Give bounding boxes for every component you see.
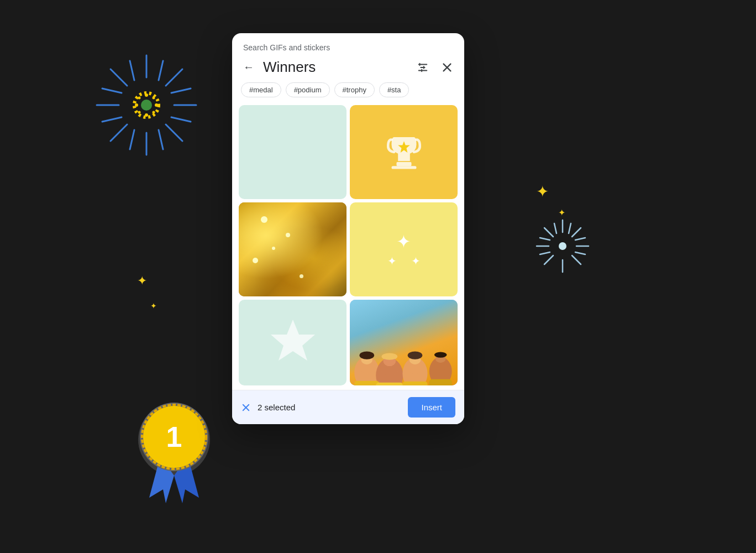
svg-point-19	[145, 113, 148, 117]
bottom-bar: 2 selected Insert	[232, 390, 464, 424]
svg-point-46	[142, 405, 206, 469]
gif-item-3[interactable]	[239, 202, 347, 296]
svg-point-20	[135, 103, 138, 107]
svg-line-33	[572, 228, 581, 237]
svg-point-44	[140, 403, 208, 471]
svg-line-11	[159, 61, 163, 80]
back-button[interactable]: ←	[241, 59, 256, 76]
svg-point-41	[138, 404, 210, 476]
svg-line-39	[575, 238, 585, 240]
svg-point-18	[145, 93, 148, 97]
svg-rect-59	[396, 162, 411, 166]
dialog-header-label: Search GIFs and stickers	[232, 33, 464, 56]
svg-marker-42	[149, 456, 174, 503]
gif-item-5[interactable]	[239, 300, 347, 385]
gif-grid: ✦ ✦ ✦	[232, 105, 464, 390]
svg-rect-83	[429, 379, 452, 385]
svg-marker-62	[271, 320, 315, 361]
svg-point-79	[434, 352, 447, 357]
svg-line-14	[171, 88, 191, 93]
svg-line-40	[575, 252, 585, 254]
clear-selection-button[interactable]	[241, 403, 251, 413]
svg-line-9	[111, 124, 127, 141]
tag-star[interactable]: #sta	[379, 82, 410, 97]
svg-line-15	[171, 117, 191, 122]
svg-point-75	[408, 351, 423, 359]
svg-line-35	[554, 223, 556, 233]
svg-point-0	[141, 100, 152, 111]
svg-point-67	[359, 351, 374, 359]
svg-line-13	[102, 117, 122, 122]
svg-point-26	[559, 242, 566, 250]
insert-button[interactable]: Insert	[408, 397, 455, 418]
svg-line-7	[166, 124, 182, 141]
svg-point-25	[138, 111, 141, 114]
tag-podium[interactable]: #podium	[286, 82, 330, 97]
svg-point-71	[381, 353, 397, 359]
dialog-title-row: ← Winners	[232, 56, 464, 82]
svg-line-10	[130, 61, 134, 80]
gif-item-6[interactable]	[350, 300, 458, 385]
dialog-title: Winners	[263, 59, 407, 76]
tag-trophy[interactable]: #trophy	[334, 82, 375, 97]
svg-rect-82	[402, 382, 427, 385]
filter-button[interactable]	[413, 59, 432, 76]
svg-line-16	[130, 130, 134, 149]
svg-line-32	[572, 255, 581, 264]
svg-line-36	[569, 223, 571, 233]
svg-point-1	[134, 93, 159, 117]
svg-rect-80	[354, 381, 379, 385]
svg-point-24	[153, 97, 155, 100]
close-button[interactable]	[439, 59, 455, 76]
svg-marker-43	[174, 456, 199, 503]
svg-line-38	[540, 252, 550, 254]
tag-medal[interactable]: #medal	[241, 82, 281, 97]
gif-item-2[interactable]	[350, 105, 458, 199]
selected-count: 2 selected	[258, 403, 401, 412]
svg-rect-81	[376, 383, 403, 385]
gif-search-dialog: Search GIFs and stickers ← Winners	[232, 33, 464, 424]
svg-point-45	[143, 406, 205, 468]
svg-point-21	[155, 103, 158, 107]
svg-line-34	[544, 255, 553, 264]
tags-row: #medal #podium #trophy #sta	[232, 82, 464, 105]
svg-text:1: 1	[166, 421, 182, 453]
svg-line-31	[544, 228, 553, 237]
svg-point-23	[153, 111, 155, 114]
svg-line-6	[111, 69, 127, 86]
svg-line-8	[166, 69, 182, 86]
svg-line-12	[102, 88, 122, 93]
gif-item-4[interactable]: ✦ ✦ ✦	[350, 202, 458, 296]
svg-line-37	[540, 238, 550, 240]
svg-rect-60	[391, 166, 416, 169]
gif-item-1[interactable]	[239, 105, 347, 199]
svg-line-17	[159, 130, 163, 149]
svg-point-22	[138, 97, 141, 100]
